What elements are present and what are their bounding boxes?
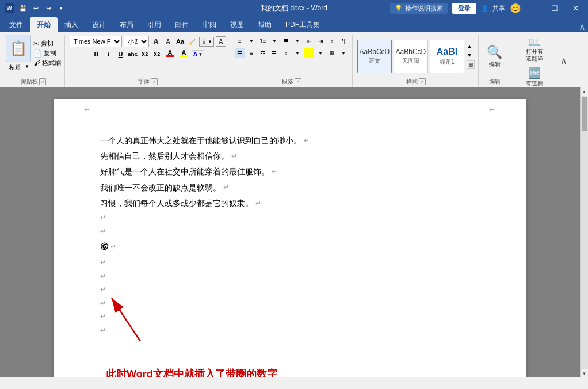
share-label[interactable]: 共享 bbox=[492, 4, 505, 13]
style-h1-preview: AaBl bbox=[437, 47, 457, 57]
copy-button[interactable]: 📄 复制 bbox=[33, 49, 61, 58]
close-button[interactable]: ✕ bbox=[567, 0, 583, 16]
tab-layout[interactable]: 布局 bbox=[113, 17, 140, 32]
tab-home[interactable]: 开始 bbox=[30, 17, 58, 32]
format-painter-button[interactable]: 🖌 格式刷 bbox=[33, 59, 61, 67]
style-no-spacing[interactable]: AaBbCcD 无间隔 bbox=[394, 40, 428, 73]
line-spacing-btn[interactable]: ↕ bbox=[281, 48, 291, 58]
styles-expand-icon[interactable]: ↗ bbox=[419, 78, 426, 85]
text-effects-btn[interactable]: A bbox=[216, 36, 226, 47]
paragraph-section: ≡ ▼ 1≡ ▼ ≣ ▼ ⇤ ⇥ ↕ ¶ ☰ ≡ ☲ ☰ ↕ ▼ ▼ bbox=[231, 35, 353, 87]
multilevel-dropdown[interactable]: ▼ bbox=[292, 36, 303, 46]
tab-pdf[interactable]: PDF工具集 bbox=[278, 17, 327, 32]
cut-button[interactable]: ✂ 剪切 bbox=[33, 39, 61, 48]
tab-design[interactable]: 设计 bbox=[85, 17, 113, 32]
styles-down-btn[interactable]: ▼ bbox=[467, 52, 475, 58]
justify-btn[interactable]: ☰ bbox=[269, 48, 280, 58]
emoji-icon[interactable]: 😊 bbox=[510, 3, 521, 14]
font-color-border-btn[interactable]: A ▼ bbox=[192, 50, 205, 58]
wen-btn[interactable]: 文 ▼ bbox=[199, 37, 214, 47]
save-btn[interactable]: 💾 bbox=[17, 2, 29, 14]
editing-section-label: 编辑 bbox=[483, 78, 506, 87]
align-left-btn[interactable]: ☰ bbox=[235, 48, 245, 58]
doc-line-4: 我们唯一不会改正的缺点是软弱。 ↵ bbox=[100, 181, 480, 195]
highlight-color-btn[interactable]: A bbox=[178, 49, 190, 59]
scroll-up-btn[interactable]: ▲ bbox=[581, 87, 589, 96]
underline-button[interactable]: U bbox=[116, 49, 126, 59]
clipboard-expand-icon[interactable]: ↗ bbox=[39, 78, 46, 85]
subscript-button[interactable]: X2 bbox=[140, 49, 150, 59]
align-right-btn[interactable]: ☲ bbox=[258, 48, 268, 58]
tab-view[interactable]: 视图 bbox=[223, 17, 251, 32]
tab-review[interactable]: 审阅 bbox=[196, 17, 223, 32]
redo-btn[interactable]: ↪ bbox=[43, 2, 54, 14]
decrease-indent-btn[interactable]: ⇤ bbox=[304, 36, 314, 46]
document-area[interactable]: ↵ ↵ 一个人的真正伟大之处就在于他能够认识到自己的渺小。 ↵ 先相信自己，然后… bbox=[0, 87, 580, 377]
font-size-select[interactable]: 小四 bbox=[124, 36, 149, 47]
font-expand-icon[interactable]: ↗ bbox=[151, 78, 158, 85]
shading-btn[interactable] bbox=[304, 48, 314, 58]
undo-btn[interactable]: ↩ bbox=[30, 2, 41, 14]
tab-help[interactable]: 帮助 bbox=[251, 17, 278, 32]
editing-button[interactable]: 🔍 编辑 bbox=[483, 39, 506, 74]
collapse-ribbon-icon[interactable]: ∧ bbox=[579, 21, 586, 32]
tab-insert[interactable]: 插入 bbox=[58, 17, 85, 32]
login-button[interactable]: 登录 bbox=[452, 3, 476, 14]
sort-btn[interactable]: ↕ bbox=[327, 36, 337, 46]
numbered-list-btn[interactable]: 1≡ bbox=[258, 36, 268, 46]
tab-mailings[interactable]: 邮件 bbox=[168, 17, 196, 32]
collapse-btn[interactable]: ∧ bbox=[560, 55, 567, 66]
paragraph-expand-icon[interactable]: ↗ bbox=[295, 78, 301, 85]
paste-button[interactable]: 📋 bbox=[6, 35, 31, 62]
strikethrough-button[interactable]: abc bbox=[128, 49, 138, 59]
multilevel-list-btn[interactable]: ≣ bbox=[281, 36, 291, 46]
scroll-down-btn[interactable]: ▼ bbox=[581, 369, 589, 377]
maximize-button[interactable]: ☐ bbox=[547, 0, 563, 16]
scissors-icon: ✂ bbox=[33, 40, 39, 48]
tab-file[interactable]: 文件 bbox=[2, 17, 30, 32]
line-spacing-dropdown[interactable]: ▼ bbox=[292, 48, 303, 58]
styles-more-btn[interactable]: ⊞ bbox=[467, 60, 475, 69]
para-mark-6: ↵ bbox=[100, 212, 106, 224]
customize-btn[interactable]: ▼ bbox=[55, 2, 67, 14]
font-section-label: 字体 ↗ bbox=[70, 78, 226, 87]
style-normal[interactable]: AaBbCcD 正文 bbox=[357, 40, 392, 73]
styles-section: AaBbCcD 正文 AaBbCcD 无间隔 AaBl 标题1 ▲ ▼ ⊞ bbox=[354, 35, 479, 87]
italic-button[interactable]: I bbox=[104, 49, 114, 59]
font-increase-btn[interactable]: A bbox=[151, 36, 161, 47]
bullet-list-btn[interactable]: ≡ bbox=[235, 36, 245, 46]
border-btn[interactable]: ⊞ bbox=[327, 48, 337, 58]
increase-indent-btn[interactable]: ⇥ bbox=[315, 36, 326, 46]
styles-up-btn[interactable]: ▲ bbox=[467, 43, 475, 49]
show-marks-btn[interactable]: ¶ bbox=[338, 36, 349, 46]
vertical-scrollbar[interactable]: ▲ ▼ bbox=[580, 87, 588, 377]
quick-access-toolbar: 💾 ↩ ↪ ▼ bbox=[17, 2, 67, 14]
annotation-arrow-svg bbox=[100, 287, 158, 344]
scroll-track[interactable] bbox=[581, 96, 589, 369]
border-dropdown[interactable]: ▼ bbox=[338, 48, 349, 58]
align-center-btn[interactable]: ≡ bbox=[246, 48, 257, 58]
paste-dropdown[interactable]: ▼ bbox=[24, 63, 30, 72]
scroll-thumb[interactable] bbox=[582, 97, 587, 131]
copy-label: 复制 bbox=[44, 49, 56, 58]
minimize-button[interactable]: — bbox=[526, 0, 542, 16]
document-wrapper: ↵ ↵ 一个人的真正伟大之处就在于他能够认识到自己的渺小。 ↵ 先相信自己，然后… bbox=[0, 87, 588, 377]
font-color-btn[interactable]: A bbox=[164, 49, 177, 59]
change-case-btn[interactable]: Aa bbox=[175, 36, 185, 47]
shading-dropdown[interactable]: ▼ bbox=[315, 48, 326, 58]
copy-icon: 📄 bbox=[33, 49, 42, 58]
font-name-select[interactable]: Times New F bbox=[70, 36, 122, 47]
styles-nav: ▲ ▼ ⊞ bbox=[467, 43, 475, 69]
font-decrease-btn[interactable]: A bbox=[163, 36, 173, 47]
bullet-list-dropdown[interactable]: ▼ bbox=[246, 36, 257, 46]
clear-format-btn[interactable]: 🧹 bbox=[187, 36, 197, 47]
open-translation-btn[interactable]: 📖 打开有道翻译 bbox=[523, 35, 546, 63]
bold-button[interactable]: B bbox=[91, 49, 102, 59]
style-heading1[interactable]: AaBl 标题1 bbox=[430, 40, 464, 73]
search-bar[interactable]: 💡 操作说明搜索 bbox=[390, 3, 448, 14]
tab-references[interactable]: 引用 bbox=[140, 17, 168, 32]
font-section: Times New F 小四 A A Aa 🧹 文 ▼ A B bbox=[66, 35, 230, 87]
paste-label[interactable]: 粘贴 bbox=[7, 63, 23, 72]
superscript-button[interactable]: X2 bbox=[152, 49, 162, 59]
numbered-list-dropdown[interactable]: ▼ bbox=[269, 36, 280, 46]
